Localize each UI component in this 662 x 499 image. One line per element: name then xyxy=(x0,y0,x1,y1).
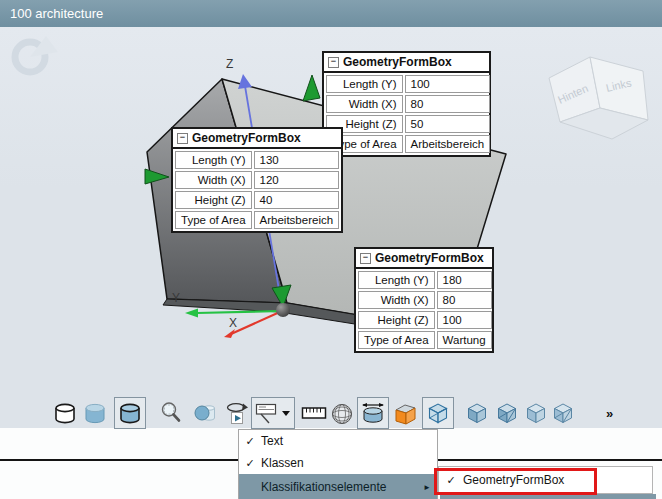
table-header: − GeometryFormBox xyxy=(356,249,492,269)
menu-item-label: Text xyxy=(261,434,437,448)
label-display-dropdown-icon[interactable] xyxy=(280,400,292,426)
cube-lod-4-icon[interactable] xyxy=(550,400,576,426)
menu-item-klassen[interactable]: ✓ Klassen xyxy=(239,452,437,474)
property-table-3: − GeometryFormBox Length (Y)180 Width (X… xyxy=(354,247,494,353)
display-options-menu: ✓ Text ✓ Klassen Klassifikationselemente… xyxy=(238,429,438,499)
menu-item-klassifikationselemente[interactable]: Klassifikationselemente ► xyxy=(239,474,437,499)
table-row: Length (Y)180 xyxy=(358,271,492,289)
transparency-icon[interactable] xyxy=(192,400,218,426)
menu-item-text[interactable]: ✓ Text xyxy=(239,430,437,452)
table-row: Height (Z)100 xyxy=(358,311,492,329)
mesh-sphere-icon[interactable] xyxy=(329,400,355,426)
menu-item-label: Klassen xyxy=(261,456,437,470)
cube-lod-1-icon[interactable] xyxy=(464,400,490,426)
window-title: 100 architecture xyxy=(10,6,103,21)
collapse-icon[interactable]: − xyxy=(177,133,188,144)
label-display-button[interactable] xyxy=(254,400,280,426)
zoom-window-icon[interactable] xyxy=(158,400,184,426)
table-row: Height (Z)50 xyxy=(326,115,490,133)
table-row: Type of AreaWartung xyxy=(358,331,492,349)
ruler-measure-icon[interactable] xyxy=(301,400,327,426)
wire-cube-button[interactable] xyxy=(422,397,454,429)
table-row: Width (X)120 xyxy=(175,171,339,189)
check-icon: ✓ xyxy=(239,457,261,470)
check-icon: ✓ xyxy=(239,435,261,448)
navigation-cube[interactable]: Hinten Links xyxy=(549,57,648,139)
table-row: Width (X)80 xyxy=(326,95,490,113)
table-header: − GeometryFormBox xyxy=(324,53,489,73)
cube-lod-3-icon[interactable] xyxy=(523,400,549,426)
annotation-highlight-box xyxy=(434,468,597,495)
cylinder-shaded-edges-button[interactable] xyxy=(114,397,146,429)
cylinder-wireframe-icon[interactable] xyxy=(52,400,78,426)
collapse-icon[interactable]: − xyxy=(328,57,339,68)
handle-cone-top[interactable] xyxy=(303,75,320,101)
submenu-arrow-icon: ► xyxy=(423,483,431,492)
application-window: { "window": { "title": "100 architecture… xyxy=(0,0,662,499)
axis-y-label: Y xyxy=(172,291,180,305)
view-toolbar: » xyxy=(52,396,613,430)
title-bar: 100 architecture xyxy=(0,0,662,27)
table-title: GeometryFormBox xyxy=(375,251,484,265)
axis-z-label: Z xyxy=(226,57,233,71)
table-row: Width (X)80 xyxy=(358,291,492,309)
property-table-2: − GeometryFormBox Length (Y)130 Width (X… xyxy=(171,127,343,233)
collapse-icon[interactable]: − xyxy=(360,253,371,264)
table-row: Type of AreaArbeitsbereich xyxy=(326,135,490,153)
table-row: Type of AreaArbeitsbereich xyxy=(175,211,339,229)
origin-sphere[interactable] xyxy=(276,303,290,317)
label-display-group xyxy=(251,397,295,429)
table-row: Length (Y)100 xyxy=(326,75,490,93)
property-table-1: − GeometryFormBox Length (Y)100 Width (X… xyxy=(322,51,491,157)
app-logo xyxy=(15,36,58,72)
axis-x-label: X xyxy=(229,316,237,330)
table-title: GeometryFormBox xyxy=(343,55,452,69)
table-title: GeometryFormBox xyxy=(192,131,301,145)
table-row: Height (Z)40 xyxy=(175,191,339,209)
menu-item-label: Klassifikationselemente xyxy=(261,480,423,494)
table-header: − GeometryFormBox xyxy=(173,129,341,149)
cylinder-dimension-button[interactable] xyxy=(357,397,389,429)
axis-x: X xyxy=(224,311,282,338)
section-box-icon[interactable] xyxy=(393,400,419,426)
rotate-animation-icon[interactable] xyxy=(223,400,249,426)
cube-lod-2-icon[interactable] xyxy=(494,400,520,426)
cylinder-shaded-icon[interactable] xyxy=(82,400,108,426)
toolbar-overflow-button[interactable]: » xyxy=(606,400,613,426)
table-row: Length (Y)130 xyxy=(175,151,339,169)
